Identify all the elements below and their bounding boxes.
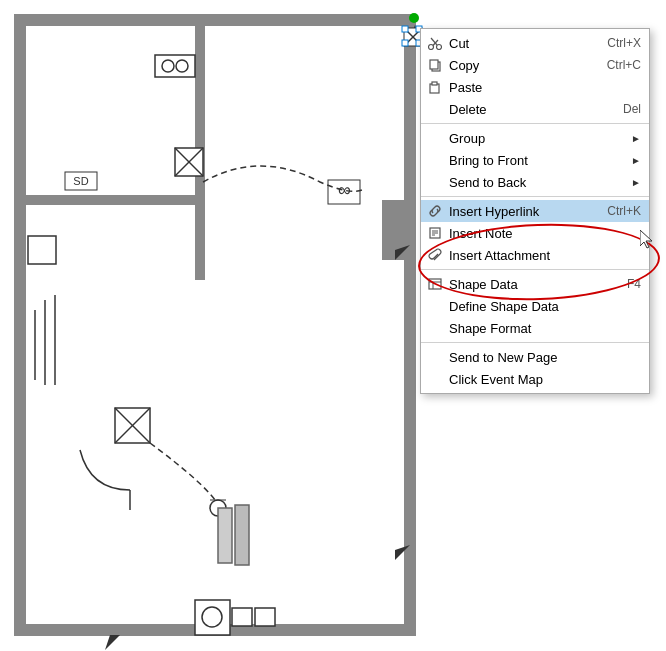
- separator-3: [421, 269, 649, 270]
- delete-shortcut: Del: [623, 102, 641, 116]
- separator-2: [421, 196, 649, 197]
- copy-shortcut: Ctrl+C: [607, 58, 641, 72]
- svg-point-25: [202, 607, 222, 627]
- cut-label: Cut: [449, 36, 587, 51]
- insert-attachment-label: Insert Attachment: [449, 248, 641, 263]
- attachment-icon: [427, 247, 443, 263]
- svg-rect-5: [155, 55, 195, 77]
- cut-shortcut: Ctrl+X: [607, 36, 641, 50]
- shape-data-label: Shape Data: [449, 277, 607, 292]
- menu-item-insert-attachment[interactable]: Insert Attachment: [421, 244, 649, 266]
- svg-rect-26: [232, 608, 252, 626]
- menu-item-group[interactable]: Group ►: [421, 127, 649, 149]
- menu-item-send-to-new-page[interactable]: Send to New Page: [421, 346, 649, 368]
- menu-item-shape-format[interactable]: Shape Format: [421, 317, 649, 339]
- menu-item-delete[interactable]: Delete Del: [421, 98, 649, 120]
- paste-icon: [427, 79, 443, 95]
- svg-point-7: [176, 60, 188, 72]
- svg-point-6: [162, 60, 174, 72]
- menu-item-define-shape-data[interactable]: Define Shape Data: [421, 295, 649, 317]
- menu-item-bring-to-front[interactable]: Bring to Front ►: [421, 149, 649, 171]
- copy-icon: [427, 57, 443, 73]
- menu-item-shape-data[interactable]: Shape Data F4: [421, 273, 649, 295]
- svg-rect-38: [402, 26, 408, 32]
- svg-rect-23: [235, 505, 249, 565]
- send-to-new-page-label: Send to New Page: [449, 350, 641, 365]
- context-menu: Cut Ctrl+X Copy Ctrl+C Paste Delete Del: [420, 28, 650, 394]
- svg-rect-47: [430, 60, 438, 69]
- define-shape-data-label: Define Shape Data: [449, 299, 641, 314]
- cut-icon: [427, 35, 443, 51]
- delete-label: Delete: [449, 102, 603, 117]
- shape-data-shortcut: F4: [627, 277, 641, 291]
- insert-note-label: Insert Note: [449, 226, 641, 241]
- shape-format-label: Shape Format: [449, 321, 641, 336]
- svg-rect-33: [28, 236, 56, 264]
- menu-item-insert-note[interactable]: Insert Note: [421, 222, 649, 244]
- paste-label: Paste: [449, 80, 621, 95]
- svg-text:∞: ∞: [338, 180, 351, 200]
- group-label: Group: [449, 131, 626, 146]
- menu-item-cut[interactable]: Cut Ctrl+X: [421, 32, 649, 54]
- separator-1: [421, 123, 649, 124]
- send-to-back-arrow: ►: [631, 177, 641, 188]
- svg-point-43: [437, 45, 442, 50]
- insert-hyperlink-shortcut: Ctrl+K: [607, 204, 641, 218]
- svg-text:SD: SD: [73, 175, 88, 187]
- svg-rect-22: [218, 508, 232, 563]
- svg-rect-49: [432, 82, 437, 85]
- note-icon: [427, 225, 443, 241]
- click-event-map-label: Click Event Map: [449, 372, 641, 387]
- menu-item-paste[interactable]: Paste: [421, 76, 649, 98]
- shapedata-icon: [427, 276, 443, 292]
- svg-marker-32: [105, 635, 120, 650]
- svg-rect-27: [255, 608, 275, 626]
- svg-rect-0: [20, 20, 410, 630]
- bring-to-front-label: Bring to Front: [449, 153, 626, 168]
- menu-item-click-event-map[interactable]: Click Event Map: [421, 368, 649, 390]
- send-to-back-label: Send to Back: [449, 175, 626, 190]
- menu-item-send-to-back[interactable]: Send to Back ►: [421, 171, 649, 193]
- bring-to-front-arrow: ►: [631, 155, 641, 166]
- svg-rect-40: [402, 40, 408, 46]
- group-arrow: ►: [631, 133, 641, 144]
- hyperlink-icon: [427, 203, 443, 219]
- insert-hyperlink-label: Insert Hyperlink: [449, 204, 587, 219]
- svg-rect-54: [429, 279, 441, 289]
- canvas: SD ∞: [0, 0, 666, 651]
- svg-point-34: [409, 13, 419, 23]
- menu-item-insert-hyperlink[interactable]: Insert Hyperlink Ctrl+K: [421, 200, 649, 222]
- separator-4: [421, 342, 649, 343]
- menu-item-copy[interactable]: Copy Ctrl+C: [421, 54, 649, 76]
- copy-label: Copy: [449, 58, 587, 73]
